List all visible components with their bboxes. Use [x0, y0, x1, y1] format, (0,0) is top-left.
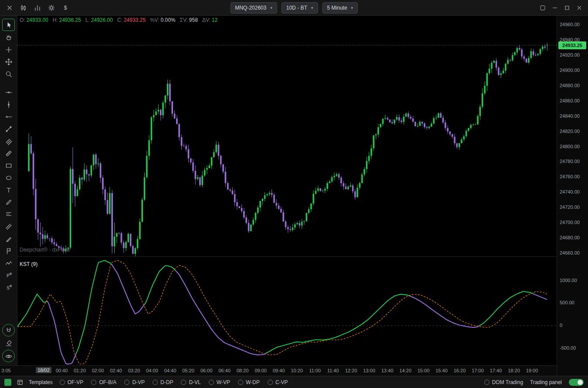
legend-low-label: L:: [85, 17, 90, 23]
zoom-tool[interactable]: [3, 68, 14, 80]
legend-low: L:24926.00: [85, 17, 113, 23]
ohlc-legend: O:24933.00H:24936.25L:24926.00C:24933.25…: [20, 17, 218, 23]
price-axis[interactable]: 24933.25 24960.0024940.0024920.0024900.0…: [557, 16, 588, 376]
time-axis-label: 04:40: [164, 368, 177, 373]
price-axis-label: 24960.00: [560, 22, 580, 27]
time-axis-label: 15:00: [418, 368, 430, 373]
radio-icon[interactable]: [484, 380, 489, 385]
symbol-selector[interactable]: MNQ-202603▾: [230, 2, 277, 14]
legend-open-value: 24933.00: [27, 17, 48, 23]
option-d-vl[interactable]: D-VL: [181, 379, 201, 385]
option-of-b-a[interactable]: OF-B/A: [91, 379, 116, 385]
trend-line-tool[interactable]: [3, 123, 14, 135]
legend-pct-volume-label: %V:: [150, 17, 160, 23]
radio-icon[interactable]: [209, 380, 214, 385]
window-close-button[interactable]: [574, 3, 585, 13]
time-axis-label: 3:05: [1, 368, 10, 373]
crosshair-tool[interactable]: [3, 44, 14, 55]
radio-icon[interactable]: [181, 380, 186, 385]
ruler-tool[interactable]: [3, 148, 14, 159]
fib-retracement-tool[interactable]: [3, 209, 14, 220]
timeframe-selector-label: 5 Minute: [327, 5, 347, 11]
kst-axis-label: -500.00: [560, 345, 576, 351]
option-label: D-VP: [132, 379, 145, 385]
parallel-channel-tool[interactable]: [3, 221, 14, 232]
time-axis-label: 15:40: [435, 368, 448, 373]
option-w-vp[interactable]: W-VP: [209, 379, 230, 385]
vertical-line-tool[interactable]: [3, 99, 14, 110]
brush-tool[interactable]: [3, 233, 14, 245]
time-axis-label: 00:40: [56, 368, 68, 373]
price-axis-label: 24780.00: [560, 159, 580, 164]
time-axis-label: 01:20: [74, 368, 86, 373]
time-axis-label: 17:00: [472, 368, 484, 373]
ellipse-tool[interactable]: [3, 172, 14, 184]
text-tool[interactable]: [3, 184, 14, 196]
templates-label[interactable]: Templates: [29, 379, 53, 385]
horizontal-line-tool[interactable]: [3, 87, 14, 98]
pencil-tool[interactable]: [3, 197, 14, 208]
magnet-tool[interactable]: [2, 324, 15, 337]
eraser-tool[interactable]: [3, 337, 14, 349]
chart-type-icon[interactable]: [18, 3, 29, 13]
option-c-vp[interactable]: C-VP: [268, 379, 288, 385]
visibility-tool[interactable]: [2, 350, 15, 362]
snapshot-button[interactable]: [537, 3, 548, 13]
radio-icon[interactable]: [60, 380, 65, 385]
radio-icon[interactable]: [91, 380, 96, 385]
radio-icon[interactable]: [268, 380, 273, 385]
long-position-tool[interactable]: P: [3, 270, 14, 281]
price-pane: O:24933.00H:24936.25L:24926.00C:24933.25…: [17, 16, 557, 256]
trading-panel-toggle[interactable]: [569, 379, 584, 386]
horizontal-ray-tool[interactable]: [3, 111, 14, 123]
time-axis-label: 17:40: [490, 368, 502, 373]
time-axis-label: 18/02: [36, 367, 51, 373]
radio-icon[interactable]: [153, 380, 158, 385]
legend-close: C:24933.25: [117, 17, 146, 23]
pane-resize-handle[interactable]: [17, 256, 557, 257]
option-of-vp[interactable]: OF-VP: [60, 379, 84, 385]
kst-chart[interactable]: [17, 257, 557, 365]
price-axis-label: 24880.00: [560, 83, 580, 88]
pitchfork-tool[interactable]: [3, 136, 14, 147]
radio-icon[interactable]: [124, 380, 129, 385]
svg-text:$: $: [64, 4, 67, 11]
price-axis-label: 24800.00: [560, 144, 580, 149]
option-label: W-VP: [217, 379, 230, 385]
legend-high-value: 24936.25: [59, 17, 81, 23]
rectangle-tool[interactable]: [3, 160, 14, 171]
flag-tool[interactable]: [3, 245, 14, 257]
radio-icon[interactable]: [238, 380, 243, 385]
short-position-tool[interactable]: S: [3, 282, 14, 293]
indicators-icon[interactable]: [32, 3, 43, 13]
legend-open: O:24933.00: [20, 17, 48, 23]
pricing-icon[interactable]: $: [60, 3, 71, 13]
time-axis-label: 13:40: [381, 368, 394, 373]
timeframe-selector[interactable]: 5 Minute▾: [322, 2, 358, 14]
settings-icon[interactable]: [46, 3, 57, 13]
time-axis[interactable]: 3:0518/0200:4001:2002:0002:4003:2004:000…: [0, 365, 557, 376]
window-maximize-button[interactable]: [562, 3, 572, 13]
pattern-tool[interactable]: [3, 258, 14, 269]
pan-tool[interactable]: [3, 32, 14, 43]
legend-sum-volume: ΣV:958: [180, 17, 198, 23]
kst-axis-label: 500.00: [560, 300, 574, 305]
price-axis-label: 24920.00: [560, 52, 580, 58]
time-axis-label: 09:40: [273, 368, 285, 373]
window-minimize-button[interactable]: [550, 3, 560, 13]
time-axis-label: 14:20: [399, 368, 411, 373]
active-layout-icon[interactable]: [4, 379, 11, 386]
cursor-tool[interactable]: [2, 19, 15, 31]
option-w-dp[interactable]: W-DP: [238, 379, 260, 385]
dom-trading-option[interactable]: DOM Trading: [484, 379, 523, 385]
time-axis-label: 11:40: [327, 368, 339, 373]
range-selector[interactable]: 10D - BT▾: [282, 2, 318, 14]
left-toolbar: PS: [0, 16, 17, 365]
price-axis-label: 24820.00: [560, 129, 580, 134]
tool-group: PS: [3, 86, 14, 294]
option-d-vp[interactable]: D-VP: [124, 379, 145, 385]
candlestick-chart[interactable]: [17, 16, 557, 256]
option-d-dp[interactable]: D-DP: [153, 379, 173, 385]
move-tool[interactable]: [3, 56, 14, 68]
panel-close-button[interactable]: [4, 3, 15, 13]
